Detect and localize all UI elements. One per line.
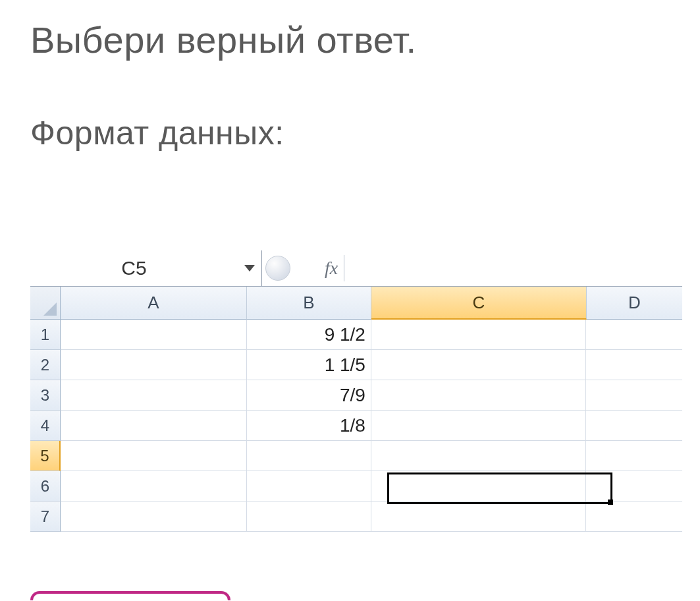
select-all-corner[interactable] xyxy=(30,287,61,320)
cell-A2[interactable] xyxy=(61,350,247,380)
column-header-C[interactable]: C xyxy=(371,287,587,320)
column-header-B[interactable]: B xyxy=(247,287,371,320)
name-box-dropdown-icon[interactable] xyxy=(238,250,261,286)
cell-C5[interactable] xyxy=(371,441,587,471)
insert-function-button[interactable]: fx xyxy=(262,250,341,286)
cell-C1[interactable] xyxy=(371,320,587,350)
cell-B4[interactable]: 1/8 xyxy=(247,411,371,441)
row-header-4[interactable]: 4 xyxy=(30,411,61,441)
cell-B2[interactable]: 1 1/5 xyxy=(247,350,371,380)
cell-C4[interactable] xyxy=(371,411,587,441)
fx-label: fx xyxy=(325,258,338,279)
svg-marker-0 xyxy=(244,265,255,272)
cell-C7[interactable] xyxy=(371,501,587,532)
cell-C6[interactable] xyxy=(371,471,587,501)
cell-D2[interactable] xyxy=(586,350,682,380)
cell-A5[interactable] xyxy=(61,441,247,471)
formula-bar: C5 fx xyxy=(30,250,682,287)
cell-A7[interactable] xyxy=(61,501,247,532)
column-header-A[interactable]: A xyxy=(61,287,247,320)
spreadsheet-grid[interactable]: A B C D 1 9 1/2 2 1 1/5 3 7/9 xyxy=(30,287,682,532)
row-header-2[interactable]: 2 xyxy=(30,350,61,380)
cell-C2[interactable] xyxy=(371,350,587,380)
cell-D7[interactable] xyxy=(586,501,682,532)
question-title: Выбери верный ответ. xyxy=(30,18,700,61)
cell-A6[interactable] xyxy=(61,471,247,501)
cell-D4[interactable] xyxy=(586,411,682,441)
name-box-value: C5 xyxy=(30,257,238,279)
cell-B1[interactable]: 9 1/2 xyxy=(247,320,371,350)
name-box[interactable]: C5 xyxy=(30,250,262,286)
row-header-6[interactable]: 6 xyxy=(30,471,61,501)
cell-D1[interactable] xyxy=(586,320,682,350)
answer-option-button[interactable] xyxy=(30,591,230,600)
cell-B6[interactable] xyxy=(247,471,371,501)
cell-D5[interactable] xyxy=(586,441,682,471)
cell-A4[interactable] xyxy=(61,411,247,441)
excel-screenshot: C5 fx A B C D 1 9 1/2 xyxy=(30,250,682,532)
cell-C3[interactable] xyxy=(371,380,587,411)
cell-A1[interactable] xyxy=(61,320,247,350)
question-subtitle: Формат данных: xyxy=(30,114,700,152)
cell-A3[interactable] xyxy=(61,380,247,411)
cell-B7[interactable] xyxy=(247,501,371,532)
row-header-5[interactable]: 5 xyxy=(30,441,61,471)
column-header-D[interactable]: D xyxy=(587,287,682,320)
row-header-7[interactable]: 7 xyxy=(30,501,61,532)
formula-input[interactable] xyxy=(344,250,682,286)
cell-B3[interactable]: 7/9 xyxy=(247,380,371,411)
row-header-3[interactable]: 3 xyxy=(30,380,61,411)
fx-circle-icon xyxy=(265,256,290,281)
cell-B5[interactable] xyxy=(247,441,371,471)
cell-D3[interactable] xyxy=(586,380,682,411)
cell-D6[interactable] xyxy=(586,471,682,501)
row-header-1[interactable]: 1 xyxy=(30,320,61,350)
